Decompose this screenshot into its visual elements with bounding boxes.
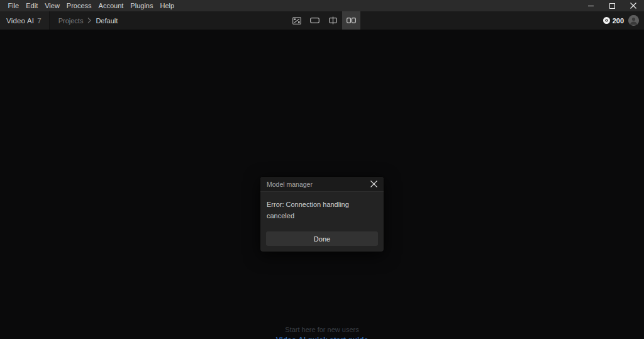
- menu-process[interactable]: Process: [63, 0, 95, 11]
- view-mode-single-button[interactable]: [306, 11, 324, 30]
- quick-start-guide-link[interactable]: Video AI quick start guide: [0, 336, 644, 339]
- close-icon: [370, 181, 377, 187]
- credits-badge[interactable]: 200: [603, 17, 624, 25]
- done-button[interactable]: Done: [266, 231, 378, 246]
- menu-edit[interactable]: Edit: [23, 0, 42, 11]
- window-controls: [580, 0, 644, 11]
- close-icon: [630, 3, 636, 9]
- error-message: Error: Connection handling canceled: [267, 201, 349, 220]
- credits-amount: 200: [613, 17, 624, 25]
- account-avatar-button[interactable]: [628, 15, 639, 26]
- dialog-title: Model manager: [267, 181, 369, 188]
- dialog-header: Model manager: [260, 177, 384, 192]
- minimize-icon: [588, 6, 594, 6]
- single-view-icon: [310, 18, 319, 23]
- minimize-button[interactable]: [580, 0, 601, 11]
- split-view-icon: [329, 16, 337, 25]
- menu-file[interactable]: File: [4, 0, 23, 11]
- fit-preview-icon: [292, 17, 301, 25]
- header-right-cluster: 200: [603, 11, 639, 30]
- breadcrumb-projects[interactable]: Projects: [58, 17, 84, 25]
- breadcrumb: Projects Default: [58, 17, 118, 25]
- coin-icon: [603, 17, 610, 24]
- app-logo: Video AI 7: [0, 11, 50, 30]
- view-mode-split-button[interactable]: [324, 11, 342, 30]
- menu-account[interactable]: Account: [95, 0, 127, 11]
- view-mode-side-by-side-button[interactable]: [342, 11, 360, 30]
- menu-plugins[interactable]: Plugins: [127, 0, 157, 11]
- breadcrumb-default: Default: [96, 17, 118, 25]
- menu-view[interactable]: View: [42, 0, 64, 11]
- main-canvas: Model manager Error: Connection handling…: [0, 30, 644, 339]
- dialog-close-button[interactable]: [369, 179, 379, 189]
- model-manager-dialog: Model manager Error: Connection handling…: [260, 177, 384, 252]
- view-mode-toolbar: [287, 11, 360, 30]
- app-name: Video AI: [6, 17, 34, 25]
- app-header: Video AI 7 Projects Default: [0, 11, 644, 30]
- menu-help[interactable]: Help: [157, 0, 178, 11]
- window-titlebar: File Edit View Process Account Plugins H…: [0, 0, 644, 11]
- new-user-hint: Start here for new users: [0, 326, 644, 333]
- chevron-right-icon: [87, 18, 91, 23]
- app-version: 7: [37, 17, 41, 25]
- user-avatar-icon: [628, 15, 639, 26]
- close-button[interactable]: [623, 0, 644, 11]
- side-by-side-view-icon: [347, 18, 356, 23]
- maximize-icon: [609, 3, 615, 9]
- dialog-body: Error: Connection handling canceled: [260, 192, 384, 227]
- maximize-button[interactable]: [601, 0, 623, 11]
- view-mode-fit-preview-button[interactable]: [287, 11, 306, 30]
